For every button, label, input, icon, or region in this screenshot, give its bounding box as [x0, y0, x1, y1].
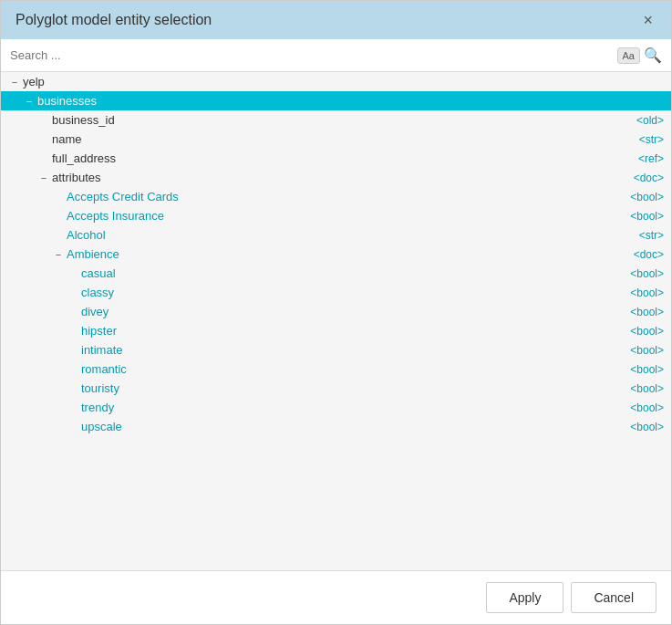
tree-node-accepts-insurance[interactable]: Accepts Insurance <bool> — [1, 206, 671, 225]
dialog-footer: Apply Cancel — [1, 570, 671, 624]
type-romantic: <bool> — [630, 363, 664, 376]
label-accepts-credit-cards: Accepts Credit Cards — [67, 190, 179, 203]
label-casual: casual — [81, 266, 116, 280]
label-classy: classy — [81, 286, 114, 299]
label-alcohol: Alcohol — [67, 228, 106, 242]
dialog: Polyglot model entity selection × Aa 🔍 −… — [0, 0, 672, 625]
label-touristy: touristy — [81, 381, 119, 395]
apply-button[interactable]: Apply — [486, 582, 563, 613]
type-intimate: <bool> — [630, 344, 664, 357]
type-trendy: <bool> — [630, 401, 664, 414]
search-bar: Aa 🔍 — [1, 39, 671, 72]
dialog-title: Polyglot model entity selection — [16, 12, 212, 28]
type-divey: <bool> — [630, 306, 664, 318]
type-full-address: <ref> — [638, 152, 664, 165]
label-accepts-insurance: Accepts Insurance — [67, 209, 164, 223]
label-businesses: businesses — [37, 94, 97, 108]
type-classy: <bool> — [630, 286, 664, 299]
search-input[interactable] — [10, 48, 612, 62]
label-business-id: business_id — [52, 113, 115, 127]
label-full-address: full_address — [52, 151, 116, 165]
tree-node-casual[interactable]: casual <bool> — [1, 264, 671, 283]
label-divey: divey — [81, 305, 109, 318]
tree-node-divey[interactable]: divey <bool> — [1, 302, 671, 321]
cancel-button[interactable]: Cancel — [571, 582, 656, 613]
tree-node-trendy[interactable]: trendy <bool> — [1, 398, 671, 417]
dialog-header: Polyglot model entity selection × — [1, 1, 671, 39]
type-hipster: <bool> — [630, 325, 664, 338]
tree-node-attributes[interactable]: − attributes <doc> — [1, 168, 671, 187]
type-name: <str> — [639, 133, 664, 146]
toggle-ambience: − — [52, 249, 65, 260]
tree-node-hipster[interactable]: hipster <bool> — [1, 321, 671, 340]
search-icon: 🔍 — [644, 47, 662, 64]
label-intimate: intimate — [81, 343, 123, 357]
type-attributes: <doc> — [634, 172, 664, 184]
toggle-businesses: − — [23, 96, 36, 107]
tree-node-yelp[interactable]: − yelp — [1, 72, 671, 91]
tree-node-classy[interactable]: classy <bool> — [1, 283, 671, 302]
label-name: name — [52, 132, 82, 146]
label-ambience: Ambience — [67, 247, 119, 261]
type-casual: <bool> — [630, 267, 664, 280]
toggle-attributes: − — [37, 172, 50, 183]
label-hipster: hipster — [81, 324, 117, 338]
label-upscale: upscale — [81, 420, 122, 433]
tree-node-business-id[interactable]: business_id <old> — [1, 110, 671, 130]
tree-node-full-address[interactable]: full_address <ref> — [1, 149, 671, 168]
tree-node-accepts-credit-cards[interactable]: Accepts Credit Cards <bool> — [1, 187, 671, 206]
toggle-yelp: − — [8, 77, 21, 88]
label-romantic: romantic — [81, 362, 127, 376]
type-alcohol: <str> — [639, 229, 664, 242]
type-business-id: <old> — [636, 114, 664, 127]
tree-node-ambience[interactable]: − Ambience <doc> — [1, 245, 671, 264]
tree-node-alcohol[interactable]: Alcohol <str> — [1, 225, 671, 245]
tree-node-romantic[interactable]: romantic <bool> — [1, 359, 671, 379]
close-button[interactable]: × — [639, 12, 656, 28]
tree-container: − yelp − businesses business_id <old> na… — [1, 72, 671, 570]
tree-node-intimate[interactable]: intimate <bool> — [1, 340, 671, 359]
search-icons: Aa 🔍 — [617, 47, 662, 64]
type-accepts-credit-cards: <bool> — [630, 191, 664, 203]
label-attributes: attributes — [52, 171, 100, 184]
tree-node-businesses[interactable]: − businesses — [1, 91, 671, 110]
aa-button[interactable]: Aa — [617, 47, 640, 64]
tree-node-name[interactable]: name <str> — [1, 130, 671, 149]
type-upscale: <bool> — [630, 421, 664, 433]
type-touristy: <bool> — [630, 382, 664, 395]
label-trendy: trendy — [81, 401, 114, 414]
label-yelp: yelp — [23, 75, 45, 89]
tree-node-touristy[interactable]: touristy <bool> — [1, 379, 671, 398]
type-ambience: <doc> — [634, 248, 664, 261]
tree-node-upscale[interactable]: upscale <bool> — [1, 417, 671, 436]
type-accepts-insurance: <bool> — [630, 210, 664, 223]
